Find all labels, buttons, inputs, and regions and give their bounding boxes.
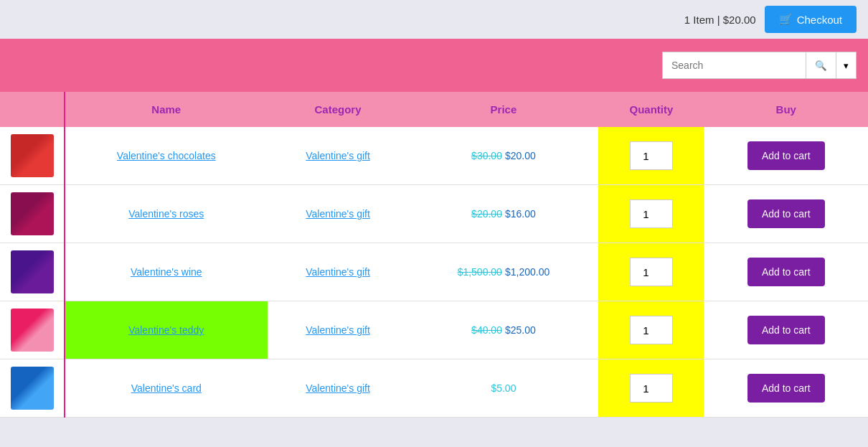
table-row: Valentine's wineValentine's gift$1,500.0…	[0, 243, 868, 301]
price-original: $30.00	[471, 150, 502, 161]
product-image	[11, 192, 54, 235]
product-image-cell	[0, 359, 65, 418]
product-name-link[interactable]: Valentine's teddy	[128, 324, 204, 336]
cart-icon: 🛒	[779, 13, 793, 26]
product-quantity-cell	[598, 127, 704, 185]
product-quantity-cell	[598, 243, 704, 301]
product-category-cell: Valentine's gift	[268, 127, 409, 185]
quantity-input[interactable]	[630, 199, 673, 228]
product-category-link[interactable]: Valentine's gift	[306, 382, 370, 394]
product-name-cell: Valentine's roses	[65, 185, 268, 243]
product-name-cell: Valentine's card	[65, 359, 268, 418]
product-price-cell: $40.00$25.00	[409, 301, 599, 359]
product-name-link[interactable]: Valentine's chocolates	[117, 150, 216, 161]
product-buy-cell: Add to cart	[704, 301, 868, 359]
price-sale: $25.00	[505, 324, 536, 336]
product-price-cell: $1,500.00$1,200.00	[409, 243, 599, 301]
chevron-down-icon: ▾	[844, 60, 849, 71]
product-price-cell: $30.00$20.00	[409, 127, 599, 185]
price-original: $1,500.00	[458, 266, 502, 278]
quantity-input[interactable]	[630, 316, 673, 344]
search-input[interactable]	[662, 52, 806, 79]
product-category-link[interactable]: Valentine's gift	[306, 208, 370, 220]
add-to-cart-button[interactable]: Add to cart	[747, 374, 825, 403]
product-category-cell: Valentine's gift	[268, 359, 409, 418]
product-category-cell: Valentine's gift	[268, 301, 409, 359]
product-quantity-cell	[598, 301, 704, 359]
table-row: Valentine's cardValentine's gift$5.00Add…	[0, 359, 868, 418]
search-icon: 🔍	[815, 60, 827, 71]
col-category: Category	[268, 92, 409, 127]
add-to-cart-button[interactable]: Add to cart	[747, 258, 825, 286]
top-bar: 1 Item | $20.00 🛒 Checkout	[0, 0, 868, 39]
product-buy-cell: Add to cart	[704, 243, 868, 301]
search-button[interactable]: 🔍	[806, 52, 836, 79]
price-original: $40.00	[471, 324, 502, 336]
product-table: Name Category Price Quantity Buy Valenti…	[0, 92, 868, 418]
product-image	[11, 309, 54, 352]
price-only: $5.00	[491, 382, 516, 394]
table-body: Valentine's chocolatesValentine's gift$3…	[0, 127, 868, 418]
product-category-cell: Valentine's gift	[268, 185, 409, 243]
product-image-cell	[0, 243, 65, 301]
col-buy: Buy	[704, 92, 868, 127]
product-price-cell: $20.00$16.00	[409, 185, 599, 243]
product-name-cell: Valentine's chocolates	[65, 127, 268, 185]
product-quantity-cell	[598, 185, 704, 243]
price-sale: $1,200.00	[505, 266, 549, 278]
col-quantity: Quantity	[598, 92, 704, 127]
table-row: Valentine's chocolatesValentine's gift$3…	[0, 127, 868, 185]
table-row: Valentine's rosesValentine's gift$20.00$…	[0, 185, 868, 243]
product-image-cell	[0, 127, 65, 185]
product-name-link[interactable]: Valentine's wine	[131, 266, 202, 278]
product-image	[11, 134, 54, 177]
product-category-link[interactable]: Valentine's gift	[306, 266, 370, 278]
product-name-cell: Valentine's wine	[65, 243, 268, 301]
col-image	[0, 92, 65, 127]
product-image-cell	[0, 301, 65, 359]
col-name: Name	[65, 92, 268, 127]
product-buy-cell: Add to cart	[704, 127, 868, 185]
quantity-input[interactable]	[630, 141, 673, 170]
col-price: Price	[409, 92, 599, 127]
add-to-cart-button[interactable]: Add to cart	[747, 141, 825, 170]
search-dropdown-button[interactable]: ▾	[836, 52, 857, 79]
search-container: 🔍 ▾	[662, 52, 857, 79]
product-category-link[interactable]: Valentine's gift	[306, 324, 370, 336]
product-category-cell: Valentine's gift	[268, 243, 409, 301]
product-name-link[interactable]: Valentine's roses	[128, 208, 204, 220]
price-original: $20.00	[471, 208, 502, 220]
product-image	[11, 367, 54, 410]
product-price-cell: $5.00	[409, 359, 599, 418]
product-image	[11, 250, 54, 293]
product-buy-cell: Add to cart	[704, 185, 868, 243]
product-name-link[interactable]: Valentine's card	[131, 382, 202, 394]
product-name-cell: Valentine's teddy	[65, 301, 268, 359]
checkout-label: Checkout	[797, 14, 842, 26]
product-buy-cell: Add to cart	[704, 359, 868, 418]
table-header: Name Category Price Quantity Buy	[0, 92, 868, 127]
price-sale: $16.00	[505, 208, 536, 220]
checkout-button[interactable]: 🛒 Checkout	[765, 6, 857, 33]
header-banner: 🔍 ▾	[0, 39, 868, 92]
product-category-link[interactable]: Valentine's gift	[306, 150, 370, 161]
add-to-cart-button[interactable]: Add to cart	[747, 199, 825, 228]
add-to-cart-button[interactable]: Add to cart	[747, 316, 825, 344]
table-row: Valentine's teddyValentine's gift$40.00$…	[0, 301, 868, 359]
price-sale: $20.00	[505, 150, 536, 161]
product-quantity-cell	[598, 359, 704, 418]
quantity-input[interactable]	[630, 374, 673, 403]
cart-summary: 1 Item | $20.00	[684, 14, 756, 26]
quantity-input[interactable]	[630, 258, 673, 286]
product-image-cell	[0, 185, 65, 243]
